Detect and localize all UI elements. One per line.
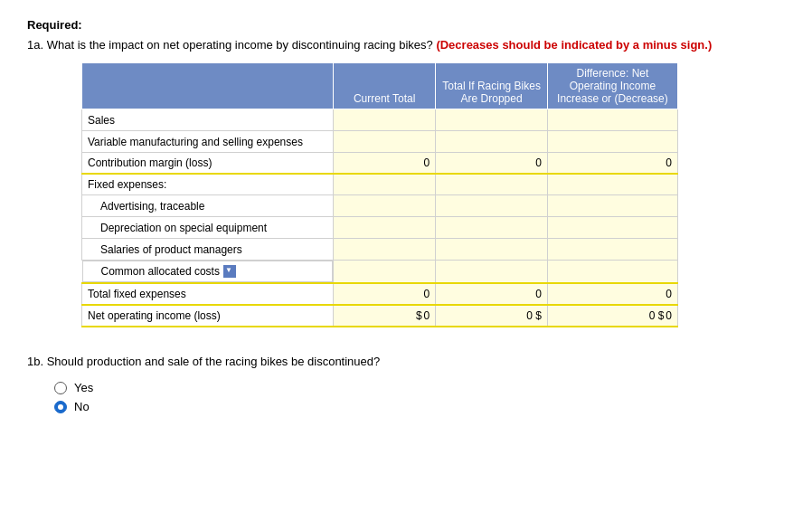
col-header-difference: Difference: Net Operating Income Increas…	[547, 63, 677, 109]
noi-current-value: 0	[424, 309, 430, 322]
input-cm-difference[interactable]: 0	[547, 153, 677, 175]
label-common-allocated: Common allocated costs ▼	[82, 261, 334, 282]
input-dep-current[interactable]	[334, 217, 436, 239]
input-dep-difference[interactable]	[547, 217, 677, 239]
row-advertising: Advertising, traceable	[82, 195, 678, 217]
input-cm-total-if[interactable]: 0	[436, 153, 548, 175]
row-variable-mfg: Variable manufacturing and selling expen…	[82, 131, 678, 153]
col-header-current-total: Current Total	[334, 63, 436, 109]
question-1b-text: 1b. Should production and sale of the ra…	[27, 355, 380, 368]
input-adv-current[interactable]	[334, 195, 436, 217]
radio-no-label: No	[74, 400, 90, 413]
label-net-operating-income: Net operating income (loss)	[82, 305, 334, 327]
dollar-sign-current: $	[416, 309, 422, 322]
table-header-row: Current Total Total If Racing Bikes Are …	[82, 63, 678, 109]
input-sales-difference[interactable]	[547, 109, 677, 131]
input-sales-total-if[interactable]	[436, 109, 548, 131]
main-table: Current Total Total If Racing Bikes Are …	[81, 62, 678, 327]
required-header: Required:	[27, 18, 785, 32]
radio-yes-item[interactable]: Yes	[54, 381, 785, 394]
label-fixed-expenses: Fixed expenses:	[82, 174, 334, 195]
label-total-fixed: Total fixed expenses	[82, 283, 334, 305]
radio-yes-button[interactable]	[54, 382, 67, 394]
input-adv-total-if[interactable]	[436, 195, 548, 217]
input-cm-current[interactable]: 0	[334, 153, 436, 175]
input-sales-current[interactable]	[334, 109, 436, 131]
row-common-allocated: Common allocated costs ▼	[82, 261, 678, 284]
radio-group: Yes No	[54, 381, 785, 413]
row-salaries: Salaries of product managers	[82, 239, 678, 261]
label-variable-mfg: Variable manufacturing and selling expen…	[82, 131, 334, 153]
row-net-operating-income: Net operating income (loss) $ 0 0 $ 0 $ …	[82, 305, 678, 327]
col-header-total-if: Total If Racing Bikes Are Dropped	[436, 63, 548, 109]
bottom-section: 1b. Should production and sale of the ra…	[27, 355, 785, 413]
question-1a-prefix: 1a. What is the impact on net operating …	[27, 38, 433, 52]
question-1a: 1a. What is the impact on net operating …	[27, 37, 785, 53]
fixed-expenses-total-if-empty	[436, 174, 548, 195]
input-varmfg-difference[interactable]	[547, 131, 677, 153]
input-common-total-if[interactable]	[436, 261, 548, 284]
input-sal-difference[interactable]	[547, 239, 677, 261]
val-total-fixed-difference: 0	[547, 283, 677, 305]
question-1a-emphasis: (Decreases should be indicated by a minu…	[436, 38, 712, 52]
input-sal-current[interactable]	[334, 239, 436, 261]
radio-yes-label: Yes	[74, 381, 93, 394]
row-total-fixed: Total fixed expenses 0 0 0	[82, 283, 678, 305]
input-dep-total-if[interactable]	[436, 217, 548, 239]
fixed-expenses-current-empty	[334, 174, 436, 195]
row-sales: Sales	[82, 109, 678, 131]
row-contribution-margin: Contribution margin (loss) 0 0 0	[82, 153, 678, 175]
fixed-expenses-diff-empty	[547, 174, 677, 195]
question-1b: 1b. Should production and sale of the ra…	[27, 355, 785, 368]
input-common-difference[interactable]	[547, 261, 677, 284]
label-contribution-margin: Contribution margin (loss)	[82, 153, 334, 175]
input-sal-total-if[interactable]	[436, 239, 548, 261]
noi-diff-value: 0	[666, 309, 672, 322]
label-advertising: Advertising, traceable	[82, 195, 334, 217]
input-varmfg-total-if[interactable]	[436, 131, 548, 153]
radio-no-button[interactable]	[54, 401, 67, 413]
dollar-sign-total-if: 0 $	[526, 309, 542, 322]
row-fixed-expenses-header: Fixed expenses:	[82, 174, 678, 195]
label-depreciation: Depreciation on special equipment	[82, 217, 334, 239]
val-total-fixed-total-if: 0	[436, 283, 548, 305]
val-noi-difference: 0 $ 0	[547, 305, 677, 327]
input-common-current[interactable]	[334, 261, 436, 284]
dropdown-indicator-icon[interactable]: ▼	[223, 265, 236, 278]
input-varmfg-current[interactable]	[334, 131, 436, 153]
val-noi-current: $ 0	[334, 305, 436, 327]
label-salaries: Salaries of product managers	[82, 239, 334, 261]
val-noi-total-if: 0 $	[436, 305, 548, 327]
label-sales: Sales	[82, 109, 334, 131]
col-header-label	[82, 63, 334, 109]
val-total-fixed-current: 0	[334, 283, 436, 305]
input-adv-difference[interactable]	[547, 195, 677, 217]
dollar-sign-diff: 0 $	[649, 309, 665, 322]
row-depreciation: Depreciation on special equipment	[82, 217, 678, 239]
radio-no-item[interactable]: No	[54, 400, 785, 413]
